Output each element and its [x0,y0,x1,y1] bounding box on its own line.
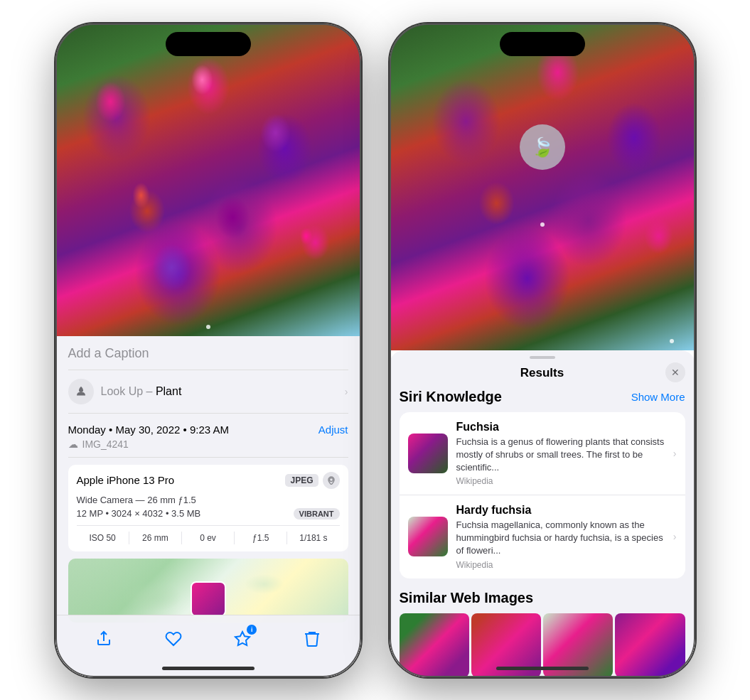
fuchsia-thumbnail [408,434,448,473]
delete-button[interactable] [296,623,328,655]
lookup-chevron: › [345,386,348,397]
hardy-fuchsia-text: Hardy fuchsia Fuchsia magellanica, commo… [456,504,665,570]
info-badge: i [247,625,257,635]
fuchsia-desc: Fuchsia is a genus of flowering plants t… [456,436,665,475]
results-close-button[interactable]: ✕ [665,362,685,382]
results-header: Results ✕ [390,359,695,386]
show-more-button[interactable]: Show More [631,391,685,403]
map-thumbnail-photo [191,581,226,617]
exif-focal: 26 mm [129,532,182,544]
device-name: Apple iPhone 13 Pro [77,474,175,486]
device-section: Apple iPhone 13 Pro JPEG Wide Camera [68,465,348,551]
dynamic-island-right [500,32,585,56]
page-indicator-right [670,339,674,343]
filename: IMG_4241 [82,438,129,450]
similar-images-title: Similar Web Images [400,590,685,606]
siri-knowledge-section-header: Siri Knowledge Show More [400,389,685,405]
share-button[interactable] [88,623,119,655]
fuchsia-text: Fuchsia Fuchsia is a genus of flowering … [456,421,665,487]
close-icon: ✕ [671,367,680,378]
similar-images-section: Similar Web Images [400,590,685,677]
home-bar-left [162,667,255,670]
results-title: Results [520,366,564,380]
page-indicator [206,325,210,329]
right-phone-frame: 🍃 Results ✕ Siri Knowledge [390,23,695,677]
siri-knowledge-title: Siri Knowledge [400,389,502,405]
mp-text: 12 MP • 3024 × 4032 • 3.5 MB [77,508,201,519]
siri-leaf-icon: 🍃 [531,136,554,158]
siri-indicator-dot [540,222,545,227]
exif-aperture: ƒ1.5 [235,532,287,544]
hardy-fuchsia-chevron: › [673,531,677,542]
right-phone-content: 🍃 Results ✕ Siri Knowledge [390,23,695,677]
flower-photo-right[interactable]: 🍃 [390,23,695,350]
camera-specs: Wide Camera — 26 mm ƒ1.5 [77,495,340,505]
fuchsia-chevron: › [673,448,677,459]
home-bar-right [496,667,589,670]
flower-photo-left[interactable] [55,23,361,336]
hardy-fuchsia-thumbnail [408,517,448,556]
cloud-icon: ☁ [68,438,78,450]
caption-area[interactable]: Add a Caption [68,336,348,370]
like-button[interactable] [158,623,189,655]
svg-point-0 [329,478,333,481]
caption-placeholder[interactable]: Add a Caption [68,346,149,360]
knowledge-item-fuchsia[interactable]: Fuchsia Fuchsia is a genus of flowering … [400,412,685,496]
lookup-label: Look Up – Plant [101,385,182,398]
phone-screen-right: 🍃 Results ✕ Siri Knowledge [390,23,695,677]
location-icon [323,472,340,489]
hardy-fuchsia-desc: Fuchsia magellanica, commonly known as t… [456,519,665,558]
knowledge-item-hardy-fuchsia[interactable]: Hardy fuchsia Fuchsia magellanica, commo… [400,495,685,578]
left-phone-content: Add a Caption Look Up – Plant › [55,23,361,677]
results-content[interactable]: Siri Knowledge Show More Fuchsia Fuchsia… [390,386,695,677]
exif-iso: ISO 50 [77,532,129,544]
siri-icon-small [68,379,94,404]
map-preview[interactable] [68,559,348,623]
similar-img-1[interactable] [400,613,469,677]
jpeg-badge: JPEG [285,474,318,487]
adjust-button[interactable]: Adjust [318,424,348,436]
exif-ev: 0 ev [182,532,235,544]
phone-screen-left: Add a Caption Look Up – Plant › [55,23,361,677]
date-text: Monday • May 30, 2022 • 9:23 AM [68,424,229,436]
dynamic-island [166,32,251,56]
date-section: Monday • May 30, 2022 • 9:23 AM Adjust ☁… [68,414,348,458]
info-button[interactable]: i [227,623,258,655]
similar-img-4[interactable] [615,613,685,677]
results-panel: Results ✕ Siri Knowledge Show More [390,350,695,677]
siri-visual-overlay: 🍃 [520,124,565,170]
vibrant-badge: VIBRANT [294,508,340,519]
svg-marker-1 [235,632,250,645]
left-phone-frame: Add a Caption Look Up – Plant › [55,23,361,677]
knowledge-card: Fuchsia Fuchsia is a genus of flowering … [400,412,685,578]
lookup-row[interactable]: Look Up – Plant › [68,370,348,414]
exif-shutter: 1/181 s [287,532,339,544]
hardy-fuchsia-source: Wikipedia [456,560,665,570]
fuchsia-source: Wikipedia [456,476,665,486]
fuchsia-title: Fuchsia [456,421,665,434]
hardy-fuchsia-title: Hardy fuchsia [456,504,665,517]
exif-row: ISO 50 26 mm 0 ev ƒ1.5 1/181 s [77,525,340,544]
